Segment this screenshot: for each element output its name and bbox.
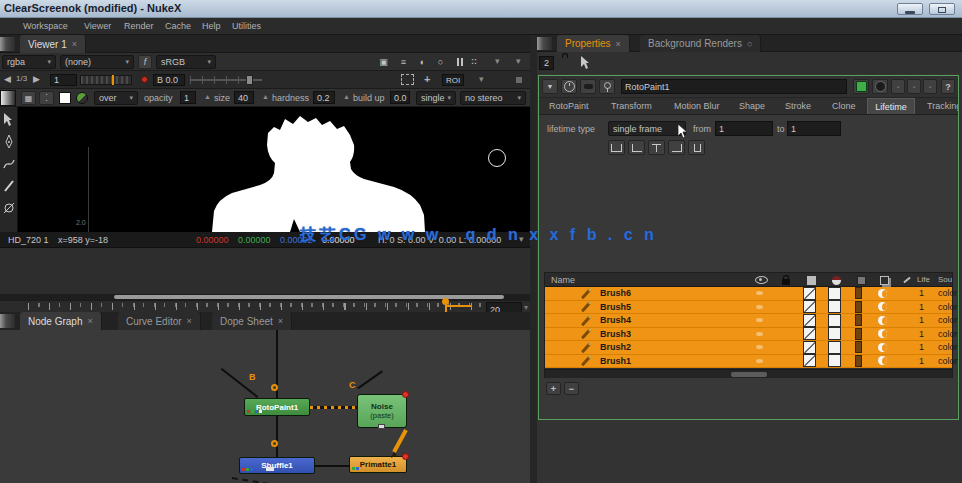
tab-dope-sheet[interactable]: Dope Sheet × — [212, 312, 292, 330]
menu-workspace[interactable]: Workspace — [23, 21, 68, 31]
circle-icon[interactable]: ○ — [432, 55, 449, 69]
next-buffer-icon[interactable]: ▶ — [33, 74, 40, 84]
bin-cursor-icon[interactable] — [580, 56, 592, 72]
tab-close-icon[interactable]: × — [616, 39, 621, 49]
dropdown-caret-icon[interactable]: ▾ — [479, 74, 484, 84]
pane-menu-handle[interactable] — [0, 314, 15, 328]
gain-slider[interactable] — [80, 75, 132, 85]
extra-button[interactable]: ▪ — [907, 79, 921, 94]
lifetime-frame-range-button[interactable] — [688, 140, 705, 155]
stroke-row-brush3[interactable]: Brush3 1 color — [545, 328, 952, 342]
wipe-slider-handle[interactable] — [246, 75, 253, 85]
proxy-grid-icon[interactable]: :: — [471, 56, 477, 66]
lifetime-frame-to-end-button[interactable] — [668, 140, 685, 155]
stroke-row-brush5[interactable]: Brush5 1 color — [545, 301, 952, 315]
dot-pattern-icon[interactable]: ⁚ — [39, 91, 54, 105]
tab-tracking[interactable]: Tracking — [927, 101, 958, 111]
info-caret-icon[interactable]: ▾ — [519, 234, 524, 244]
channels-indicator-button[interactable] — [853, 79, 869, 94]
color-checkbox[interactable] — [803, 327, 816, 340]
tab-transform[interactable]: Transform — [611, 101, 652, 111]
stroke-row-brush2[interactable]: Brush2 1 color — [545, 341, 952, 355]
lifetime-type-dropdown[interactable]: single frame▾ — [608, 121, 686, 136]
ruler-caret-icon[interactable]: ▾ — [524, 303, 528, 312]
crescent-icon[interactable] — [878, 329, 887, 338]
roi-box[interactable]: ROI — [442, 74, 464, 86]
crescent-icon[interactable] — [878, 289, 887, 298]
small-square-icon[interactable] — [516, 77, 522, 83]
viewer-canvas[interactable]: 2.0 — [0, 107, 530, 232]
prev-buffer-icon[interactable]: ◀ — [4, 74, 11, 84]
fill-checkbox[interactable] — [828, 287, 841, 300]
layout-lines-icon[interactable]: ≡ — [395, 55, 412, 69]
fill-color-header-icon[interactable] — [828, 273, 844, 287]
stroke-row-brush1[interactable]: Brush1 1 color — [545, 355, 952, 369]
add-points-tool-icon[interactable] — [3, 135, 15, 151]
node-shuffle[interactable]: Shuffle1 — [239, 457, 315, 474]
dropdown-caret-icon[interactable]: ▾ — [516, 56, 521, 66]
tab-clone[interactable]: Clone — [832, 101, 856, 111]
blend-chip[interactable] — [855, 355, 862, 367]
help-button[interactable]: ? — [941, 79, 955, 94]
to-field[interactable]: 1 — [787, 121, 841, 136]
spline-tool-icon[interactable] — [3, 157, 15, 173]
color-wheel-icon[interactable] — [76, 92, 88, 104]
view-dropdown[interactable]: no stereo▾ — [460, 91, 526, 105]
tab-properties[interactable]: Properties × — [557, 35, 630, 52]
node-rotopaint[interactable]: RotoPaint1 — [244, 398, 310, 416]
restore-button[interactable] — [929, 3, 955, 15]
menu-viewer[interactable]: Viewer — [84, 21, 111, 31]
color-knob-button[interactable] — [872, 79, 888, 94]
tab-motion-blur[interactable]: Motion Blur — [674, 101, 720, 111]
tab-rotopaint[interactable]: RotoPaint — [549, 101, 589, 111]
pressure-icon[interactable]: ▲ — [343, 93, 350, 100]
stroke-row-brush4[interactable]: Brush4 1 color — [545, 314, 952, 328]
blend-mode-dropdown[interactable]: over▾ — [94, 91, 138, 105]
size-field[interactable]: 40 — [234, 91, 254, 104]
life-header[interactable]: Life — [917, 275, 930, 284]
record-dot-icon[interactable] — [141, 76, 148, 83]
eraser-header-icon[interactable] — [899, 273, 915, 287]
node-noise[interactable]: Noise (paste) — [357, 394, 407, 428]
paint-color-swatch[interactable] — [59, 92, 71, 104]
table-scrollbar-handle[interactable] — [731, 372, 767, 377]
fill-checkbox[interactable] — [828, 300, 841, 313]
minimize-button[interactable] — [897, 3, 923, 15]
stroke-row-brush6[interactable]: Brush6 1 color — [545, 287, 952, 301]
channels-dropdown[interactable]: rgba▾ — [2, 55, 56, 69]
color-checkbox[interactable] — [803, 341, 816, 354]
wipe-slider[interactable] — [190, 79, 262, 81]
blend-chip[interactable] — [855, 341, 862, 353]
layer-dropdown[interactable]: (none)▾ — [60, 55, 134, 69]
lifetime-single-frame-button[interactable] — [648, 140, 665, 155]
buffer-b-box[interactable]: B 0.0 — [153, 74, 185, 86]
crescent-icon[interactable] — [878, 316, 887, 325]
lifetime-all-frames-button[interactable] — [608, 140, 625, 155]
menu-utilities[interactable]: Utilities — [232, 21, 261, 31]
bin-count-field[interactable]: 2 — [539, 56, 554, 70]
blend-chip[interactable] — [855, 328, 862, 340]
opacity-field[interactable]: 1 — [180, 91, 196, 104]
lifetime-start-to-frame-button[interactable] — [628, 140, 645, 155]
tab-curve-editor[interactable]: Curve Editor × — [118, 312, 201, 330]
gain-slider-handle[interactable] — [112, 75, 114, 85]
menu-help[interactable]: Help — [202, 21, 221, 31]
pane-menu-handle[interactable] — [537, 37, 552, 50]
remove-stroke-button[interactable]: − — [564, 382, 579, 395]
tab-node-graph[interactable]: Node Graph × — [20, 312, 102, 330]
buildup-field[interactable]: 0.0 — [390, 91, 410, 104]
visibility-header-icon[interactable] — [753, 273, 769, 287]
fill-checkbox[interactable] — [828, 341, 841, 354]
select-tool-icon[interactable] — [3, 113, 15, 129]
revert-button[interactable] — [561, 79, 577, 94]
pane-menu-handle[interactable] — [0, 37, 15, 51]
collapse-button[interactable]: ▼ — [542, 79, 558, 94]
tab-background-renders[interactable]: Background Renders ○ — [640, 35, 761, 52]
fill-checkbox[interactable] — [828, 314, 841, 327]
tab-shape[interactable]: Shape — [739, 101, 765, 111]
layers-header-icon[interactable] — [876, 273, 892, 287]
extra-button[interactable]: ▪ — [891, 79, 905, 94]
lock-header-icon[interactable] — [778, 273, 794, 287]
from-field[interactable]: 1 — [715, 121, 773, 136]
pause-icon[interactable] — [451, 55, 468, 69]
